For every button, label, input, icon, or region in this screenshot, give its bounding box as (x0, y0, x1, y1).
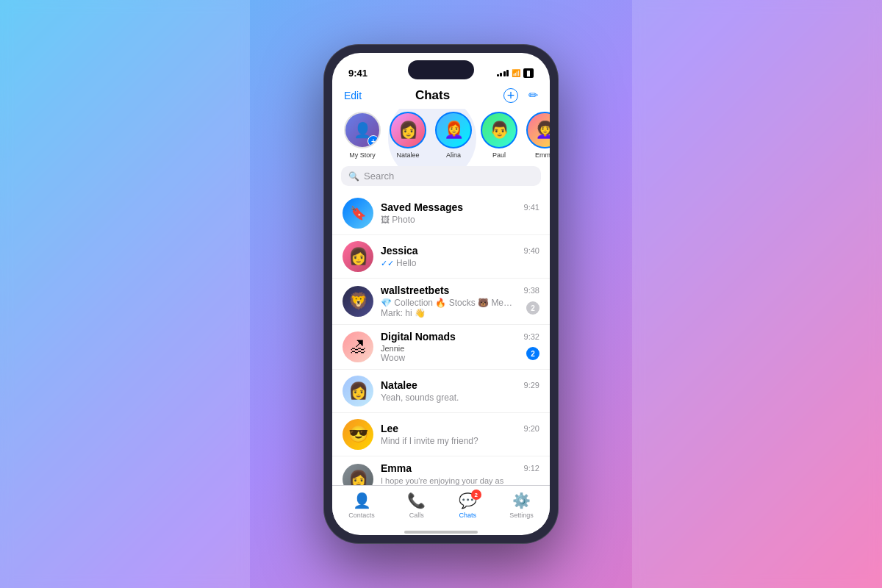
chat-item-saved[interactable]: 🔖 Saved Messages 9:41 🖼 Photo (332, 192, 550, 235)
chat-item-wsb[interactable]: 🦁 wallstreetbets 9:38 💎 Collection 🔥 Sto… (332, 279, 550, 325)
search-placeholder: Search (364, 171, 394, 182)
chat-badge-digital: 2 (526, 347, 539, 360)
story-name-paul: Paul (492, 151, 506, 159)
signal-bar-4 (506, 70, 509, 76)
story-avatar-natalee: 👩 (390, 112, 426, 148)
signal-bar-3 (503, 71, 506, 76)
chat-top-lee: Lee 9:20 (381, 423, 539, 434)
chat-avatar-wsb: 🦁 (343, 286, 373, 317)
chat-avatar-jessica: 👩 (343, 241, 373, 272)
tab-calls[interactable]: 📞 Calls (407, 492, 426, 519)
chat-name-lee: Lee (381, 423, 398, 434)
chat-bottom-saved: 🖼 Photo (381, 215, 539, 225)
chat-top-wsb: wallstreetbets 9:38 (381, 284, 539, 296)
story-name-alina: Alina (446, 151, 461, 159)
chat-content-saved: Saved Messages 9:41 🖼 Photo (381, 201, 539, 225)
page-title: Chats (415, 88, 450, 103)
story-item-mystory[interactable]: 👤 + My Story (344, 112, 381, 159)
chats-badge: 2 (471, 490, 481, 500)
chat-content-emma: Emma 9:12 I hope you're enjoying your da… (381, 462, 539, 485)
contacts-icon: 👤 (353, 492, 371, 509)
chat-name-digital: Digital Nomads (381, 331, 456, 343)
chat-top-natalee: Natalee 9:29 (381, 379, 539, 391)
story-item-emma[interactable]: 👩‍🦱 Emma (526, 112, 550, 159)
chat-item-jessica[interactable]: 👩 Jessica 9:40 ✓✓ Hello (332, 235, 550, 279)
story-add-btn: + (368, 135, 379, 147)
chat-preview-natalee: Yeah, sounds great. (381, 392, 459, 403)
signal-bar-2 (500, 73, 502, 76)
add-contact-icon[interactable]: + (503, 88, 518, 103)
chat-top-digital: Digital Nomads 9:32 (381, 331, 539, 343)
saved-bookmark-icon: 🔖 (350, 205, 366, 221)
dynamic-island (408, 60, 474, 79)
chat-time-emma: 9:12 (524, 464, 539, 473)
tab-label-calls: Calls (409, 512, 424, 519)
chat-item-natalee[interactable]: 👩 Natalee 9:29 Yeah, sounds great. (332, 370, 550, 413)
home-indicator (404, 531, 478, 534)
chat-content-natalee: Natalee 9:29 Yeah, sounds great. (381, 379, 539, 403)
tab-label-chats: Chats (459, 512, 476, 519)
nav-bar: Edit Chats + ✏ (332, 85, 550, 109)
story-item-alina[interactable]: 👩‍🦰 Alina (435, 112, 472, 159)
edit-button[interactable]: Edit (344, 90, 362, 101)
chat-time-saved: 9:41 (524, 203, 539, 212)
story-name-natalee: Natalee (396, 151, 419, 159)
chat-preview-digital-2: Woow (381, 353, 513, 363)
chat-bottom-emma: I hope you're enjoying your day as much … (381, 476, 539, 485)
tab-contacts[interactable]: 👤 Contacts (348, 492, 375, 519)
chat-preview-lee: Mind if I invite my friend? (381, 436, 478, 446)
chat-preview-wsb-2: Mark: hi 👋 (381, 308, 513, 318)
chat-time-wsb: 9:38 (524, 286, 539, 295)
chat-avatar-emma: 👩 (343, 464, 373, 485)
calls-icon: 📞 (407, 492, 426, 509)
status-time: 9:41 (348, 68, 368, 79)
story-item-natalee[interactable]: 👩 Natalee (390, 112, 426, 159)
chat-name-natalee: Natalee (381, 379, 417, 391)
chat-avatar-saved: 🔖 (343, 198, 373, 229)
chat-content-jessica: Jessica 9:40 ✓✓ Hello (381, 245, 539, 268)
battery-icon: ▮ (523, 68, 534, 78)
story-avatar-emma: 👩‍🦱 (526, 112, 550, 148)
phone-frame: 9:41 📶 ▮ Edit Chats + (323, 44, 559, 544)
phone-screen: 9:41 📶 ▮ Edit Chats + (332, 53, 550, 535)
search-icon: 🔍 (348, 171, 359, 182)
story-name-mystory: My Story (349, 151, 376, 159)
chat-time-digital: 9:32 (524, 332, 539, 341)
chat-preview-saved: 🖼 Photo (381, 215, 415, 225)
phone-wrapper: 9:41 📶 ▮ Edit Chats + (323, 44, 559, 544)
chat-badge-wsb: 2 (526, 301, 539, 315)
chat-item-digital[interactable]: 🏖 Digital Nomads 9:32 Jennie Woow (332, 325, 550, 370)
tab-bar: 👤 Contacts 📞 Calls 💬 2 Chats ⚙️ Settings (332, 485, 550, 528)
tab-label-contacts: Contacts (348, 512, 375, 519)
chat-name-jessica: Jessica (381, 245, 418, 257)
chat-name-saved: Saved Messages (381, 201, 463, 213)
nav-icons: + ✏ (503, 88, 538, 103)
chat-item-lee[interactable]: 😎 Lee 9:20 Mind if I invite my friend? (332, 413, 550, 456)
story-avatar-alina: 👩‍🦰 (435, 112, 472, 148)
chat-name-emma: Emma (381, 462, 412, 474)
chat-avatar-digital: 🏖 (343, 331, 373, 362)
chat-top-emma: Emma 9:12 (381, 462, 539, 474)
chat-bottom-digital: Jennie Woow 2 (381, 344, 539, 363)
chat-preview-wsb-1: 💎 Collection 🔥 Stocks 🐻 Memes... (381, 298, 513, 308)
chat-preview-emma: I hope you're enjoying your day as much … (381, 476, 513, 485)
chat-bottom-jessica: ✓✓ Hello (381, 258, 539, 268)
search-bar[interactable]: 🔍 Search (341, 166, 541, 186)
chat-preview-digital-1: Jennie (381, 344, 513, 353)
chat-item-emma[interactable]: 👩 Emma 9:12 I hope you're enjoying your … (332, 456, 550, 485)
tab-settings[interactable]: ⚙️ Settings (509, 492, 534, 519)
compose-icon[interactable]: ✏ (528, 88, 538, 103)
signal-bars (497, 69, 509, 76)
chat-bottom-lee: Mind if I invite my friend? (381, 436, 539, 446)
tab-chats[interactable]: 💬 2 Chats (459, 492, 477, 519)
wifi-icon: 📶 (512, 69, 520, 77)
tab-label-settings: Settings (509, 512, 534, 519)
chat-content-lee: Lee 9:20 Mind if I invite my friend? (381, 423, 539, 446)
chat-name-wsb: wallstreetbets (381, 284, 449, 296)
chat-preview-jessica: ✓✓ Hello (381, 258, 416, 268)
story-item-paul[interactable]: 👨 Paul (481, 112, 517, 159)
chat-time-jessica: 9:40 (524, 246, 539, 255)
chat-time-lee: 9:20 (524, 424, 539, 433)
status-icons: 📶 ▮ (497, 68, 534, 78)
bg-blur-right (632, 0, 882, 588)
